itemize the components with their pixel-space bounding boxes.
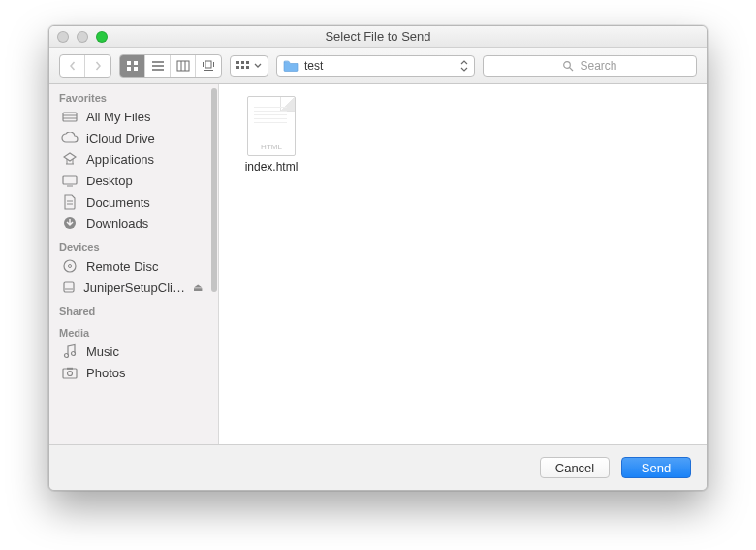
sidebar-section-label: Media — [49, 319, 212, 340]
sidebar-item[interactable]: JuniperSetupCli…⏏ — [49, 276, 212, 298]
file-open-dialog: Select File to Send — [48, 25, 708, 491]
dialog-body: FavoritesAll My FilesiCloud DriveApplica… — [49, 84, 707, 445]
sidebar-item-label: Applications — [86, 152, 154, 167]
svg-rect-17 — [236, 66, 239, 69]
svg-rect-3 — [134, 67, 138, 71]
svg-point-34 — [69, 265, 72, 268]
minimize-icon[interactable] — [77, 31, 88, 43]
svg-point-38 — [72, 352, 76, 356]
search-field[interactable]: Search — [483, 55, 697, 77]
path-label: test — [304, 59, 323, 73]
chevron-down-icon — [254, 63, 262, 69]
svg-rect-39 — [63, 369, 77, 378]
sidebar: FavoritesAll My FilesiCloud DriveApplica… — [49, 84, 219, 444]
svg-point-33 — [64, 260, 76, 272]
sidebar-item-label: Documents — [86, 195, 150, 210]
cancel-button[interactable]: Cancel — [540, 457, 610, 478]
svg-rect-28 — [63, 176, 77, 184]
path-selector[interactable]: test — [276, 55, 475, 77]
folder-icon — [283, 59, 299, 72]
svg-rect-14 — [236, 61, 239, 64]
svg-rect-0 — [127, 61, 131, 65]
toolbar: test Search — [49, 48, 707, 84]
view-columns-button[interactable] — [171, 55, 196, 77]
updown-icon — [460, 60, 468, 72]
sidebar-item-label: JuniperSetupCli… — [83, 280, 185, 295]
svg-point-40 — [68, 371, 73, 375]
sidebar-item[interactable]: Remote Disc — [49, 255, 212, 276]
sidebar-section-label: Devices — [49, 234, 212, 255]
sidebar-item-label: Photos — [86, 366, 125, 380]
search-placeholder: Search — [580, 59, 616, 73]
disk-icon — [61, 279, 76, 295]
search-icon — [562, 60, 574, 72]
dialog-footer: Cancel Send — [49, 445, 707, 490]
svg-rect-35 — [64, 282, 74, 292]
svg-rect-7 — [177, 61, 189, 71]
remote-disc-icon — [61, 258, 79, 274]
sidebar-item-label: iCloud Drive — [86, 131, 155, 146]
svg-rect-19 — [246, 66, 249, 69]
svg-rect-1 — [134, 61, 138, 65]
file-label: index.html — [245, 160, 299, 174]
view-coverflow-button[interactable] — [196, 55, 221, 77]
view-icons-button[interactable] — [120, 55, 145, 77]
view-mode-buttons — [119, 54, 222, 78]
sidebar-section-label: Shared — [49, 298, 212, 319]
file-type-badge: HTML — [261, 143, 282, 151]
sidebar-item-label: Remote Disc — [86, 259, 158, 274]
svg-point-20 — [564, 61, 571, 68]
zoom-icon[interactable] — [96, 31, 108, 43]
svg-rect-15 — [241, 61, 244, 64]
file-area[interactable]: HTMLindex.html — [219, 84, 707, 444]
html-file-icon: HTML — [247, 96, 296, 156]
sidebar-item[interactable]: Music — [49, 340, 212, 362]
photos-icon — [61, 365, 79, 380]
nav-buttons — [59, 54, 111, 78]
svg-line-21 — [570, 67, 573, 70]
applications-icon — [61, 151, 79, 167]
music-icon — [61, 343, 79, 359]
close-icon[interactable] — [57, 31, 69, 43]
downloads-icon — [61, 215, 79, 231]
sidebar-item[interactable]: Applications — [49, 148, 212, 170]
sidebar-item-label: Desktop — [86, 174, 133, 188]
svg-point-37 — [65, 354, 69, 358]
sidebar-item[interactable]: iCloud Drive — [49, 127, 212, 148]
sidebar-item-label: All My Files — [86, 110, 150, 124]
sidebar-item[interactable]: Downloads — [49, 212, 212, 234]
titlebar: Select File to Send — [49, 26, 707, 48]
forward-button[interactable] — [85, 55, 110, 77]
svg-rect-16 — [246, 61, 249, 64]
view-list-button[interactable] — [145, 55, 171, 77]
svg-rect-18 — [241, 66, 244, 69]
sidebar-item-label: Music — [86, 344, 119, 359]
sidebar-item[interactable]: Photos — [49, 362, 212, 383]
all-my-files-icon — [61, 109, 79, 124]
sidebar-item[interactable]: All My Files — [49, 106, 212, 127]
svg-rect-22 — [63, 113, 77, 121]
file-item[interactable]: HTMLindex.html — [236, 96, 306, 174]
sidebar-item[interactable]: Desktop — [49, 170, 212, 191]
back-button[interactable] — [60, 55, 85, 77]
sidebar-section-label: Favorites — [49, 84, 212, 106]
sidebar-item-label: Downloads — [86, 216, 148, 231]
svg-rect-41 — [67, 367, 73, 369]
eject-icon[interactable]: ⏏ — [193, 281, 203, 294]
window-title: Select File to Send — [325, 29, 430, 44]
documents-icon — [61, 194, 79, 210]
svg-rect-10 — [205, 61, 211, 68]
desktop-icon — [61, 173, 79, 188]
send-button[interactable]: Send — [621, 457, 691, 478]
sidebar-item[interactable]: Documents — [49, 191, 212, 212]
arrange-button[interactable] — [230, 55, 268, 77]
traffic-lights — [57, 31, 108, 43]
svg-rect-2 — [127, 67, 131, 71]
icloud-icon — [61, 130, 79, 146]
